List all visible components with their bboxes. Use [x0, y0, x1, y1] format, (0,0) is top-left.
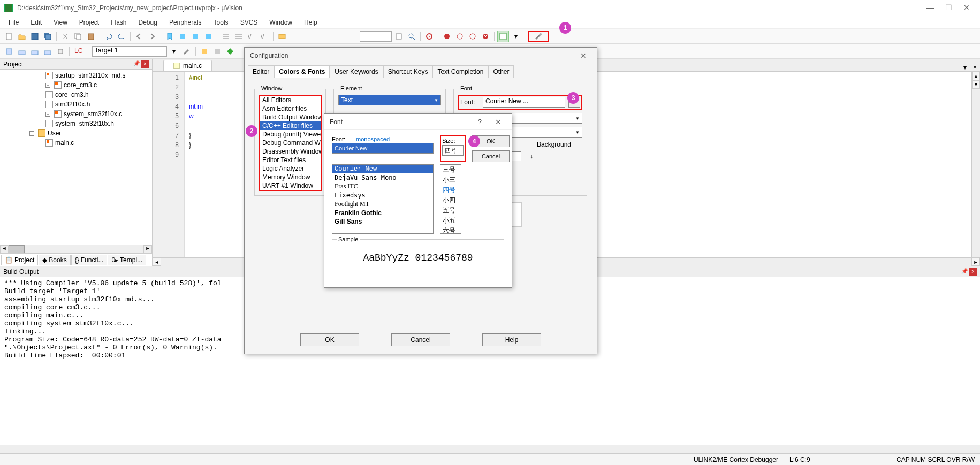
tree-item[interactable]: core_cm3.h [0, 90, 152, 100]
tree-item[interactable]: startup_stm32f10x_md.s [0, 71, 152, 80]
close-button[interactable]: ✕ [963, 4, 970, 12]
editor-tab-main[interactable]: main.c [163, 60, 212, 71]
font-close-icon[interactable]: ✕ [490, 118, 506, 126]
size-list-item[interactable]: 小五 [440, 216, 461, 226]
build-icon[interactable] [16, 45, 28, 57]
window-list-item[interactable]: Build Output Window [260, 113, 321, 121]
tree-item[interactable]: main.c [0, 138, 152, 148]
font-help-icon[interactable]: ? [478, 118, 482, 126]
menu-file[interactable]: File [3, 18, 24, 27]
tree-item[interactable]: system_stm32f10x.h [0, 119, 152, 128]
tab-books[interactable]: ◆Books [39, 255, 70, 265]
project-hscrollbar[interactable]: ◄► [0, 245, 152, 253]
window-list-item[interactable]: Logic Analyzer [260, 164, 321, 173]
bookmark-clear-icon[interactable] [202, 31, 214, 42]
bookmark-icon[interactable] [164, 31, 176, 42]
monospaced-link[interactable]: monospaced [356, 136, 390, 142]
indent-icon[interactable] [220, 31, 232, 42]
menu-flash[interactable]: Flash [105, 18, 132, 27]
debug-icon[interactable] [423, 31, 435, 42]
nav-fwd-icon[interactable] [146, 31, 158, 42]
pin-icon[interactable]: 📌 [133, 60, 140, 68]
size-list-item[interactable]: 小四 [440, 195, 461, 205]
window-list-item[interactable]: Debug Command Win [260, 139, 321, 147]
stop-build-icon[interactable] [55, 45, 66, 57]
incremental-find-icon[interactable] [406, 31, 417, 42]
breakpoint-disable-icon[interactable] [467, 31, 478, 42]
paste-icon[interactable] [85, 31, 97, 42]
find-icon[interactable] [276, 31, 288, 42]
window-list-item[interactable]: Memory Window [260, 173, 321, 181]
font-list-item[interactable]: Courier New [332, 165, 433, 173]
target-dropdown-icon[interactable]: ▾ [168, 45, 180, 57]
cut-icon[interactable] [59, 31, 71, 42]
font-cancel-button[interactable]: Cancel [472, 150, 510, 162]
breakpoint-kill-icon[interactable] [480, 31, 491, 42]
menu-view[interactable]: View [48, 18, 73, 27]
window-list-item[interactable]: Disassembly Window [260, 147, 321, 156]
file-ext-icon[interactable] [211, 45, 223, 57]
window-list-item[interactable]: UART #2 Window [260, 190, 321, 191]
download-icon[interactable]: LOAD [72, 45, 84, 57]
window-list-item[interactable]: All Editors [260, 96, 321, 104]
redo-icon[interactable] [116, 31, 127, 42]
config-tab-other[interactable]: Other [488, 65, 514, 78]
bookmark-next-icon[interactable] [189, 31, 201, 42]
tree-item[interactable]: -User [0, 128, 152, 138]
font-list-item[interactable]: Franklin Gothic [332, 209, 433, 217]
font-list-item[interactable]: Footlight MT [332, 200, 433, 209]
editor-vscrollbar[interactable]: ▲▼ [971, 72, 980, 257]
menu-peripherals[interactable]: Peripherals [164, 18, 207, 27]
comment-icon[interactable]: // [246, 31, 257, 42]
project-tree[interactable]: startup_stm32f10x_md.s+core_cm3.ccore_cm… [0, 70, 152, 245]
bookmark-prev-icon[interactable] [177, 31, 188, 42]
font-list-item[interactable]: Fixedsys [332, 191, 433, 200]
size-list-item[interactable]: 小三 [440, 175, 461, 185]
breakpoint-enable-icon[interactable] [454, 31, 466, 42]
new-file-icon[interactable] [3, 31, 15, 42]
config-close-icon[interactable]: ✕ [575, 51, 591, 60]
find-combo[interactable] [360, 31, 392, 42]
window-list-item[interactable]: Asm Editor files [260, 104, 321, 113]
outdent-icon[interactable] [233, 31, 245, 42]
uncomment-icon[interactable]: // [259, 31, 270, 42]
config-tab-colors-fonts[interactable]: Colors & Fonts [274, 65, 330, 78]
window-list-item[interactable]: C/C++ Editor files [260, 121, 321, 130]
element-combo[interactable]: Text▼ [338, 95, 441, 105]
font-size-input[interactable] [442, 145, 464, 156]
menu-project[interactable]: Project [74, 18, 104, 27]
size-list-item[interactable]: 五号 [440, 205, 461, 216]
build-close-icon[interactable]: × [969, 268, 977, 276]
config-tab-text-completion[interactable]: Text Completion [432, 65, 488, 78]
bg-dropdown-icon[interactable]: ↓ [530, 153, 533, 160]
minimize-button[interactable]: — [926, 4, 934, 12]
tree-item[interactable]: stm32f10x.h [0, 100, 152, 109]
options-icon[interactable] [181, 45, 193, 57]
tree-item[interactable]: +system_stm32f10x.c [0, 109, 152, 119]
size-list-item[interactable]: 三号 [440, 165, 461, 175]
font-list-item[interactable]: Gill Sans [332, 217, 433, 226]
config-tab-user-keywords[interactable]: User Keywords [330, 65, 383, 78]
target-combo[interactable]: Target 1 [92, 46, 167, 57]
window-list-item[interactable]: Debug (printf) Viewer [260, 130, 321, 139]
panel-close-icon[interactable]: × [141, 60, 149, 68]
configure-button[interactable] [528, 31, 549, 42]
rebuild-icon[interactable] [29, 45, 41, 57]
save-icon[interactable] [29, 31, 41, 42]
tree-item[interactable]: +core_cm3.c [0, 80, 152, 90]
copy-icon[interactable] [72, 31, 84, 42]
size-list-item[interactable]: 六号 [440, 226, 461, 234]
menu-help[interactable]: Help [299, 18, 323, 27]
menu-svcs[interactable]: SVCS [235, 18, 263, 27]
tab-project[interactable]: 📋Project [1, 255, 38, 265]
nav-back-icon[interactable] [133, 31, 145, 42]
config-cancel-button[interactable]: Cancel [391, 333, 450, 346]
menu-tools[interactable]: Tools [208, 18, 234, 27]
window-layout-icon[interactable] [497, 31, 509, 42]
font-listbox[interactable]: Courier NewDejaVu Sans MonoEras ITCFixed… [332, 164, 434, 234]
tabs-close-icon[interactable]: × [970, 64, 980, 71]
tabs-dropdown-icon[interactable]: ▾ [960, 64, 970, 71]
config-ok-button[interactable]: OK [300, 333, 359, 346]
tab-templates[interactable]: 0▸Templ... [108, 255, 146, 265]
build-pin-icon[interactable]: 📌 [961, 268, 968, 276]
